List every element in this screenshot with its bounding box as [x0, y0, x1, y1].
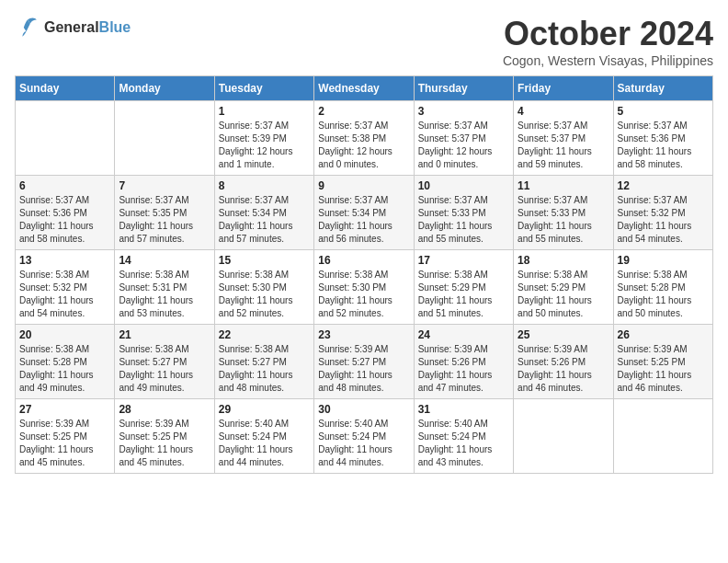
calendar-cell: 7Sunrise: 5:37 AM Sunset: 5:35 PM Daylig…	[115, 176, 214, 250]
day-number: 13	[19, 254, 110, 267]
day-number: 9	[318, 179, 409, 192]
day-info: Sunrise: 5:37 AM Sunset: 5:32 PM Dayligh…	[618, 194, 709, 246]
calendar-week-row: 13Sunrise: 5:38 AM Sunset: 5:32 PM Dayli…	[16, 250, 713, 325]
day-number: 26	[618, 328, 709, 341]
calendar-cell: 28Sunrise: 5:39 AM Sunset: 5:25 PM Dayli…	[115, 399, 214, 474]
calendar-cell: 4Sunrise: 5:37 AM Sunset: 5:37 PM Daylig…	[514, 101, 613, 176]
logo-icon	[15, 15, 40, 40]
day-info: Sunrise: 5:37 AM Sunset: 5:37 PM Dayligh…	[418, 120, 509, 171]
calendar-cell: 27Sunrise: 5:39 AM Sunset: 5:25 PM Dayli…	[16, 399, 115, 474]
calendar-cell: 12Sunrise: 5:37 AM Sunset: 5:32 PM Dayli…	[613, 176, 712, 250]
day-number: 4	[518, 105, 609, 118]
calendar-cell: 1Sunrise: 5:37 AM Sunset: 5:39 PM Daylig…	[214, 101, 313, 176]
calendar-cell: 13Sunrise: 5:38 AM Sunset: 5:32 PM Dayli…	[16, 250, 115, 325]
day-number: 14	[119, 254, 210, 267]
month-title: October 2024	[503, 15, 713, 53]
day-number: 2	[318, 105, 409, 118]
day-number: 27	[19, 403, 110, 416]
logo-text: GeneralBlue	[44, 19, 131, 36]
day-info: Sunrise: 5:39 AM Sunset: 5:27 PM Dayligh…	[318, 343, 409, 395]
day-info: Sunrise: 5:39 AM Sunset: 5:26 PM Dayligh…	[518, 343, 609, 395]
day-info: Sunrise: 5:37 AM Sunset: 5:34 PM Dayligh…	[318, 194, 409, 246]
day-number: 30	[318, 403, 409, 416]
day-number: 3	[418, 105, 509, 118]
day-number: 18	[518, 254, 609, 267]
location: Cogon, Western Visayas, Philippines	[503, 53, 713, 68]
calendar-cell: 22Sunrise: 5:38 AM Sunset: 5:27 PM Dayli…	[214, 325, 313, 399]
calendar-cell: 23Sunrise: 5:39 AM Sunset: 5:27 PM Dayli…	[314, 325, 414, 399]
day-info: Sunrise: 5:38 AM Sunset: 5:31 PM Dayligh…	[119, 269, 210, 320]
calendar-cell	[613, 399, 712, 474]
day-info: Sunrise: 5:40 AM Sunset: 5:24 PM Dayligh…	[418, 418, 509, 469]
calendar-cell: 15Sunrise: 5:38 AM Sunset: 5:30 PM Dayli…	[214, 250, 313, 325]
calendar-cell: 14Sunrise: 5:38 AM Sunset: 5:31 PM Dayli…	[115, 250, 214, 325]
day-number: 20	[19, 328, 110, 341]
day-number: 6	[19, 179, 110, 192]
day-info: Sunrise: 5:38 AM Sunset: 5:27 PM Dayligh…	[119, 343, 210, 395]
calendar-cell: 10Sunrise: 5:37 AM Sunset: 5:33 PM Dayli…	[414, 176, 513, 250]
calendar-cell: 18Sunrise: 5:38 AM Sunset: 5:29 PM Dayli…	[514, 250, 613, 325]
day-info: Sunrise: 5:37 AM Sunset: 5:33 PM Dayligh…	[418, 194, 509, 246]
column-header-wednesday: Wednesday	[314, 76, 414, 101]
day-number: 29	[219, 403, 310, 416]
day-number: 31	[418, 403, 509, 416]
day-number: 21	[119, 328, 210, 341]
calendar-cell: 26Sunrise: 5:39 AM Sunset: 5:25 PM Dayli…	[613, 325, 712, 399]
calendar-week-row: 20Sunrise: 5:38 AM Sunset: 5:28 PM Dayli…	[16, 325, 713, 399]
logo: GeneralBlue	[15, 15, 131, 40]
calendar-cell: 21Sunrise: 5:38 AM Sunset: 5:27 PM Dayli…	[115, 325, 214, 399]
calendar-cell: 25Sunrise: 5:39 AM Sunset: 5:26 PM Dayli…	[514, 325, 613, 399]
day-number: 11	[518, 179, 609, 192]
day-number: 28	[119, 403, 210, 416]
day-info: Sunrise: 5:38 AM Sunset: 5:27 PM Dayligh…	[219, 343, 310, 395]
calendar-cell: 17Sunrise: 5:38 AM Sunset: 5:29 PM Dayli…	[414, 250, 513, 325]
day-info: Sunrise: 5:37 AM Sunset: 5:36 PM Dayligh…	[618, 120, 709, 171]
day-number: 15	[219, 254, 310, 267]
day-info: Sunrise: 5:40 AM Sunset: 5:24 PM Dayligh…	[318, 418, 409, 469]
day-number: 19	[618, 254, 709, 267]
day-info: Sunrise: 5:37 AM Sunset: 5:35 PM Dayligh…	[119, 194, 210, 246]
calendar-cell: 29Sunrise: 5:40 AM Sunset: 5:24 PM Dayli…	[214, 399, 313, 474]
calendar-cell: 5Sunrise: 5:37 AM Sunset: 5:36 PM Daylig…	[613, 101, 712, 176]
day-info: Sunrise: 5:39 AM Sunset: 5:25 PM Dayligh…	[618, 343, 709, 395]
calendar-cell: 9Sunrise: 5:37 AM Sunset: 5:34 PM Daylig…	[314, 176, 414, 250]
column-header-saturday: Saturday	[613, 76, 712, 101]
day-info: Sunrise: 5:37 AM Sunset: 5:36 PM Dayligh…	[19, 194, 110, 246]
calendar-cell: 2Sunrise: 5:37 AM Sunset: 5:38 PM Daylig…	[314, 101, 414, 176]
calendar-week-row: 1Sunrise: 5:37 AM Sunset: 5:39 PM Daylig…	[16, 101, 713, 176]
day-number: 7	[119, 179, 210, 192]
calendar-cell: 11Sunrise: 5:37 AM Sunset: 5:33 PM Dayli…	[514, 176, 613, 250]
day-info: Sunrise: 5:38 AM Sunset: 5:28 PM Dayligh…	[19, 343, 110, 395]
column-header-tuesday: Tuesday	[214, 76, 313, 101]
day-number: 5	[618, 105, 709, 118]
calendar-cell: 31Sunrise: 5:40 AM Sunset: 5:24 PM Dayli…	[414, 399, 513, 474]
day-info: Sunrise: 5:39 AM Sunset: 5:25 PM Dayligh…	[119, 418, 210, 469]
calendar-cell	[16, 101, 115, 176]
calendar-cell	[115, 101, 214, 176]
day-info: Sunrise: 5:37 AM Sunset: 5:33 PM Dayligh…	[518, 194, 609, 246]
calendar-cell: 24Sunrise: 5:39 AM Sunset: 5:26 PM Dayli…	[414, 325, 513, 399]
day-info: Sunrise: 5:38 AM Sunset: 5:30 PM Dayligh…	[219, 269, 310, 320]
calendar-week-row: 6Sunrise: 5:37 AM Sunset: 5:36 PM Daylig…	[16, 176, 713, 250]
calendar-cell	[514, 399, 613, 474]
day-number: 8	[219, 179, 310, 192]
column-header-thursday: Thursday	[414, 76, 513, 101]
day-info: Sunrise: 5:37 AM Sunset: 5:34 PM Dayligh…	[219, 194, 310, 246]
day-number: 24	[418, 328, 509, 341]
calendar-cell: 30Sunrise: 5:40 AM Sunset: 5:24 PM Dayli…	[314, 399, 414, 474]
column-header-friday: Friday	[514, 76, 613, 101]
calendar-table: SundayMondayTuesdayWednesdayThursdayFrid…	[15, 75, 713, 474]
day-info: Sunrise: 5:38 AM Sunset: 5:29 PM Dayligh…	[518, 269, 609, 320]
day-info: Sunrise: 5:40 AM Sunset: 5:24 PM Dayligh…	[219, 418, 310, 469]
day-info: Sunrise: 5:38 AM Sunset: 5:29 PM Dayligh…	[418, 269, 509, 320]
page-header: GeneralBlue October 2024 Cogon, Western …	[15, 15, 713, 68]
calendar-cell: 20Sunrise: 5:38 AM Sunset: 5:28 PM Dayli…	[16, 325, 115, 399]
day-info: Sunrise: 5:38 AM Sunset: 5:30 PM Dayligh…	[318, 269, 409, 320]
column-header-sunday: Sunday	[16, 76, 115, 101]
calendar-cell: 3Sunrise: 5:37 AM Sunset: 5:37 PM Daylig…	[414, 101, 513, 176]
day-info: Sunrise: 5:38 AM Sunset: 5:28 PM Dayligh…	[618, 269, 709, 320]
day-number: 23	[318, 328, 409, 341]
calendar-cell: 19Sunrise: 5:38 AM Sunset: 5:28 PM Dayli…	[613, 250, 712, 325]
day-info: Sunrise: 5:39 AM Sunset: 5:25 PM Dayligh…	[19, 418, 110, 469]
day-number: 16	[318, 254, 409, 267]
